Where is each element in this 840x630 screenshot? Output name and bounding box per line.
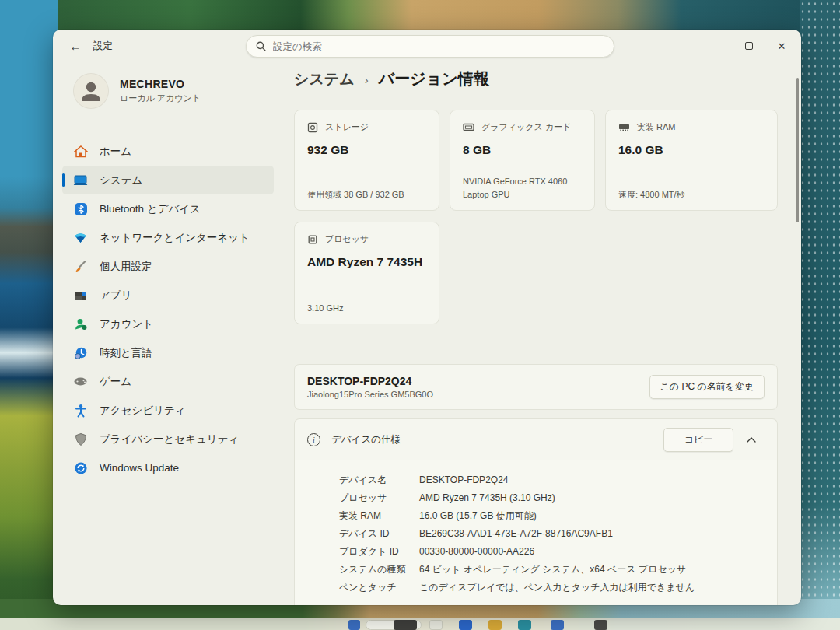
breadcrumb: システム › バージョン情報 (294, 68, 489, 89)
page-title: バージョン情報 (379, 68, 489, 89)
close-button[interactable]: ✕ (765, 30, 798, 62)
sidebar-item-privacy-security[interactable]: プライバシーとセキュリティ (62, 425, 274, 453)
spec-label: プロセッサ (339, 489, 419, 507)
chevron-up-icon[interactable] (738, 428, 765, 451)
card-detail: 速度: 4800 MT/秒 (618, 188, 766, 201)
back-button[interactable]: ← (65, 37, 86, 55)
sidebar-item-label: ネットワークとインターネット (100, 231, 250, 245)
sidebar-item-time-language[interactable]: 時刻と言語 (62, 338, 274, 367)
desktop-wallpaper (800, 0, 840, 630)
taskbar-search-badge-icon (394, 620, 417, 630)
update-arrows-icon (73, 460, 88, 475)
spec-value: AMD Ryzen 7 7435H (3.10 GHz) (419, 489, 777, 507)
rename-pc-button[interactable]: この PC の名前を変更 (649, 375, 765, 399)
taskbar-app-icon[interactable] (459, 620, 472, 630)
account-person-icon (73, 317, 88, 331)
spec-value: DESKTOP-FDP2Q24 (419, 471, 777, 489)
scrollbar[interactable] (796, 78, 799, 222)
device-spec-header[interactable]: i デバイスの仕様 コピー (295, 419, 777, 460)
ram-card: 実装 RAM 16.0 GB 速度: 4800 MT/秒 (605, 110, 778, 211)
sidebar-nav: ホーム システム Bluetooth とデバイス ネットワークとインタ (62, 137, 274, 482)
spec-value: 00330-80000-00000-AA226 (419, 543, 777, 561)
sidebar-item-home[interactable]: ホーム (62, 137, 274, 166)
shield-icon (73, 432, 88, 446)
taskbar-app-icon[interactable] (488, 620, 502, 630)
bluetooth-icon (73, 201, 88, 216)
device-spec-panel: i デバイスの仕様 コピー デバイス名DESKTOP-FDP2Q24 プロセッサ… (294, 418, 778, 605)
spec-label: 実装 RAM (339, 507, 419, 525)
gamepad-icon (73, 374, 88, 389)
sidebar-item-gaming[interactable]: ゲーム (62, 367, 274, 396)
taskbar[interactable] (0, 618, 840, 630)
storage-card: ストレージ 932 GB 使用領域 38 GB / 932 GB (294, 110, 439, 211)
storage-icon (307, 122, 318, 133)
device-name: DESKTOP-FDP2Q24 (307, 375, 433, 387)
breadcrumb-separator: › (365, 72, 369, 86)
start-button[interactable] (348, 620, 360, 630)
card-value: 8 GB (463, 143, 582, 157)
copy-button[interactable]: コピー (663, 428, 733, 452)
desktop-wallpaper (0, 0, 58, 630)
gpu-icon (463, 122, 474, 132)
sidebar-item-accessibility[interactable]: アクセシビリティ (62, 396, 274, 425)
sidebar-item-label: 時刻と言語 (100, 346, 152, 360)
sidebar-item-windows-update[interactable]: Windows Update (62, 453, 274, 482)
sidebar-item-system[interactable]: システム (62, 166, 274, 194)
maximize-icon (745, 42, 753, 50)
taskbar-app-icon[interactable] (518, 620, 531, 630)
sidebar-item-label: ゲーム (100, 375, 131, 389)
sidebar-item-bluetooth-devices[interactable]: Bluetooth とデバイス (62, 194, 274, 223)
spec-row: ペンとタッチこのディスプレイでは、ペン入力とタッチ入力は利用できません (339, 579, 777, 597)
card-title: グラフィックス カード (481, 121, 571, 133)
maximize-button[interactable] (733, 30, 765, 62)
avatar (73, 73, 109, 109)
spec-row: プロダクト ID00330-80000-00000-AA226 (339, 543, 777, 561)
sidebar-item-label: アカウント (100, 317, 153, 331)
card-value: AMD Ryzen 7 7435H (307, 255, 426, 269)
card-detail: 使用領域 38 GB / 932 GB (307, 188, 428, 201)
titlebar: ← 設定 – ✕ (53, 30, 801, 62)
device-spec-body: デバイス名DESKTOP-FDP2Q24 プロセッサAMD Ryzen 7 74… (295, 460, 777, 604)
taskbar-app-icon[interactable] (594, 620, 607, 630)
spec-value: BE269C38-AAD1-473E-A72F-88716AC9AFB1 (419, 525, 777, 543)
taskbar-app-icon[interactable] (551, 620, 564, 630)
card-value: 16.0 GB (618, 143, 765, 157)
spec-row: システムの種類64 ビット オペレーティング システム、x64 ベース プロセッ… (339, 561, 777, 579)
card-value: 932 GB (307, 143, 426, 157)
home-icon (73, 144, 88, 159)
card-title: プロセッサ (325, 233, 369, 245)
card-title: 実装 RAM (637, 121, 676, 133)
card-detail: 3.10 GHz (307, 302, 428, 315)
sidebar-item-network-internet[interactable]: ネットワークとインターネット (62, 223, 274, 252)
card-detail: NVIDIA GeForce RTX 4060 Laptop GPU (463, 175, 583, 201)
sidebar-item-label: 個人用設定 (100, 260, 152, 274)
sidebar-item-label: Bluetooth とデバイス (100, 202, 201, 216)
sidebar: MECHREVO ローカル アカウント ホーム システム (53, 62, 283, 605)
card-title: ストレージ (325, 121, 369, 133)
sidebar-item-label: アクセシビリティ (100, 404, 186, 418)
spec-row: デバイス名DESKTOP-FDP2Q24 (339, 471, 777, 489)
search-input[interactable] (273, 41, 604, 52)
sidebar-item-label: アプリ (100, 289, 131, 303)
spec-row: デバイス IDBE269C38-AAD1-473E-A72F-88716AC9A… (339, 525, 777, 543)
settings-search[interactable] (246, 35, 614, 58)
sidebar-item-accounts[interactable]: アカウント (62, 310, 274, 338)
spec-value: 64 ビット オペレーティング システム、x64 ベース プロセッサ (419, 561, 777, 579)
taskbar-app-icon[interactable] (429, 620, 443, 630)
spec-label: デバイス名 (339, 471, 419, 489)
spec-label: プロダクト ID (339, 543, 419, 561)
minimize-button[interactable]: – (700, 30, 733, 62)
user-type: ローカル アカウント (120, 93, 201, 104)
spec-label: ペンとタッチ (339, 579, 419, 597)
sidebar-item-personalization[interactable]: 個人用設定 (62, 252, 274, 281)
system-icon (73, 173, 88, 187)
person-icon (79, 79, 103, 104)
user-account[interactable]: MECHREVO ローカル アカウント (73, 73, 201, 109)
spec-value: 16.0 GB (15.7 GB 使用可能) (419, 507, 777, 525)
sidebar-item-apps[interactable]: アプリ (62, 281, 274, 310)
cpu-icon (307, 234, 318, 245)
breadcrumb-system[interactable]: システム (294, 69, 355, 89)
spec-label: システムの種類 (339, 561, 419, 579)
processor-card: プロセッサ AMD Ryzen 7 7435H 3.10 GHz (294, 222, 439, 324)
graphics-card: グラフィックス カード 8 GB NVIDIA GeForce RTX 4060… (450, 110, 595, 211)
